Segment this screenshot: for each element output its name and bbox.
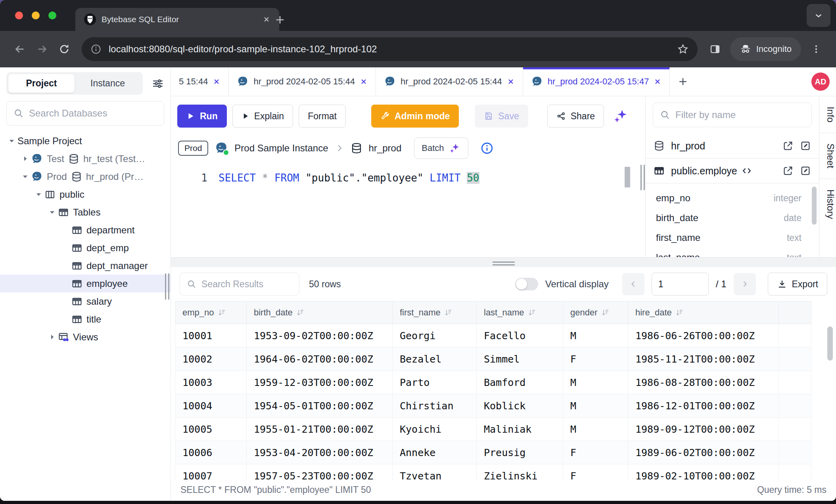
worksheet-tab-2[interactable]: hr_prod 2024-02-05 15:44 [376,67,523,96]
sort-icon[interactable] [601,308,610,317]
tree-item-hr_prodpr[interactable]: Prodhr_prod (Pr… [0,168,171,185]
table-cell[interactable]: 1985-11-21T00:00:00Z [628,347,779,371]
edit-icon[interactable] [800,140,811,151]
table-cell[interactable]: 10003 [175,371,247,394]
table-cell[interactable]: Anneke [393,441,477,464]
close-icon[interactable] [360,78,368,86]
column-row-last_name[interactable]: last_nametext [646,248,819,257]
table-cell[interactable]: 1986-06-26T00:00:00Z [628,324,779,347]
tree-item-dept_emp[interactable]: dept_emp [0,239,171,257]
table-cell[interactable]: Preusig [477,441,563,464]
table-cell[interactable]: Tzvetan [393,464,477,481]
table-cell[interactable]: Bamford [477,371,563,394]
table-cell[interactable]: M [563,394,628,418]
forward-icon[interactable] [31,38,53,60]
tree-item-dept_manager[interactable]: dept_manager [0,257,171,275]
table-cell[interactable]: 1989-02-10T00:00:00Z [628,464,779,481]
address-bar[interactable]: localhost:8080/sql-editor/prod-sample-in… [82,37,698,61]
prev-page-button[interactable] [622,273,644,295]
column-header-birth_date[interactable]: birth_date [247,302,393,324]
column-header-last_name[interactable]: last_name [477,302,563,324]
table-cell[interactable]: 10006 [175,441,247,464]
site-info-icon[interactable] [90,44,102,55]
tab-project[interactable]: Project [8,74,75,93]
instance-name[interactable]: Prod Sample Instance [234,143,328,154]
explain-button[interactable]: Explain [232,105,293,128]
table-row[interactable]: 100031959-12-03T00:00:00ZPartoBamfordM19… [175,371,811,394]
search-databases-input[interactable]: Search Databases [6,101,164,126]
code-icon[interactable] [741,165,752,176]
tree-item-views[interactable]: Views [0,328,171,346]
rail-tab-history[interactable]: History [819,179,836,229]
rail-tab-info[interactable]: Info [819,96,836,133]
table-cell[interactable]: F [563,347,628,371]
column-header-emp_no[interactable]: emp_no [175,302,247,324]
column-list-scrollbar[interactable] [812,187,817,225]
sidebar-resize-handle[interactable] [165,273,169,300]
next-page-button[interactable] [734,273,756,295]
table-row[interactable]: 100061953-04-20T00:00:00ZAnnekePreusigF1… [175,441,811,464]
table-row[interactable]: 100021964-06-02T00:00:00ZBezalelSimmelF1… [175,347,811,371]
close-icon[interactable] [654,78,662,86]
editor-scrollbar[interactable] [625,167,630,187]
tab-instance[interactable]: Instance [75,74,141,93]
column-row-birth_date[interactable]: birth_datedate [646,208,819,228]
close-window-button[interactable] [15,11,23,19]
results-scrollbar[interactable] [827,326,833,361]
url-text[interactable]: localhost:8080/sql-editor/prod-sample-in… [109,44,670,55]
worksheet-tab-0[interactable]: 5 15:44 [171,67,229,96]
sort-icon[interactable] [444,308,453,317]
table-cell[interactable]: 10002 [175,347,247,371]
table-row[interactable]: 100011953-09-02T00:00:00ZGeorgiFacelloM1… [175,324,811,347]
table-row[interactable]: 100071957-05-23T00:00:00ZTzvetanZielinsk… [175,464,811,481]
table-cell[interactable]: 1954-05-01T00:00:00Z [247,394,393,418]
tree-item-department[interactable]: department [0,221,171,239]
share-button[interactable]: Share [547,105,604,128]
database-name[interactable]: hr_prod [369,143,402,154]
column-header-gender[interactable]: gender [563,302,628,324]
edit-icon[interactable] [800,165,811,176]
filter-settings-icon[interactable] [151,77,164,90]
sort-icon[interactable] [527,308,536,317]
tree-item-sampleproject[interactable]: Sample Project [0,132,171,150]
table-cell[interactable]: 1957-05-23T00:00:00Z [247,464,393,481]
batch-button[interactable]: Batch [414,137,468,159]
close-icon[interactable] [213,78,221,86]
export-button[interactable]: Export [768,273,827,296]
schema-table-row[interactable]: public.employe [646,158,819,183]
tree-item-salary[interactable]: salary [0,292,171,310]
external-link-icon[interactable] [782,140,794,151]
reload-icon[interactable] [53,38,75,60]
run-button[interactable]: Run [177,105,227,128]
table-cell[interactable]: M [563,324,628,347]
table-cell[interactable]: 1953-04-20T00:00:00Z [247,441,393,464]
table-cell[interactable]: Kyoichi [393,418,477,441]
table-cell[interactable]: Parto [393,371,477,394]
column-header-hire_date[interactable]: hire_date [628,302,779,324]
tree-item-hr_testtest[interactable]: Testhr_test (Test… [0,150,171,168]
minimize-window-button[interactable] [32,11,40,19]
tree-item-public[interactable]: public [0,185,171,203]
rail-tab-sheet[interactable]: Sheet [819,133,836,179]
column-header-first_name[interactable]: first_name [393,302,477,324]
vertical-display-toggle[interactable] [515,278,538,290]
save-button[interactable]: Save [475,105,528,128]
table-cell[interactable]: 1986-08-28T00:00:00Z [628,371,779,394]
table-cell[interactable]: Maliniak [477,418,563,441]
info-circle-icon[interactable] [480,141,494,155]
table-cell[interactable]: M [563,371,628,394]
table-cell[interactable]: 1955-01-21T00:00:00Z [247,418,393,441]
table-cell[interactable]: 1959-12-03T00:00:00Z [247,371,393,394]
sort-icon[interactable] [296,308,305,317]
new-tab-button[interactable] [274,13,286,26]
table-cell[interactable]: 1953-09-02T00:00:00Z [247,324,393,347]
table-cell[interactable]: 10007 [175,464,247,481]
admin-mode-button[interactable]: Admin mode [371,105,459,128]
tree-item-title[interactable]: title [0,310,171,328]
table-cell[interactable]: M [563,418,628,441]
maximize-window-button[interactable] [48,11,56,19]
table-cell[interactable]: Georgi [393,324,477,347]
bookmark-star-icon[interactable] [677,43,689,55]
table-cell[interactable]: Bezalel [393,347,477,371]
schema-database-row[interactable]: hr_prod [646,134,819,158]
